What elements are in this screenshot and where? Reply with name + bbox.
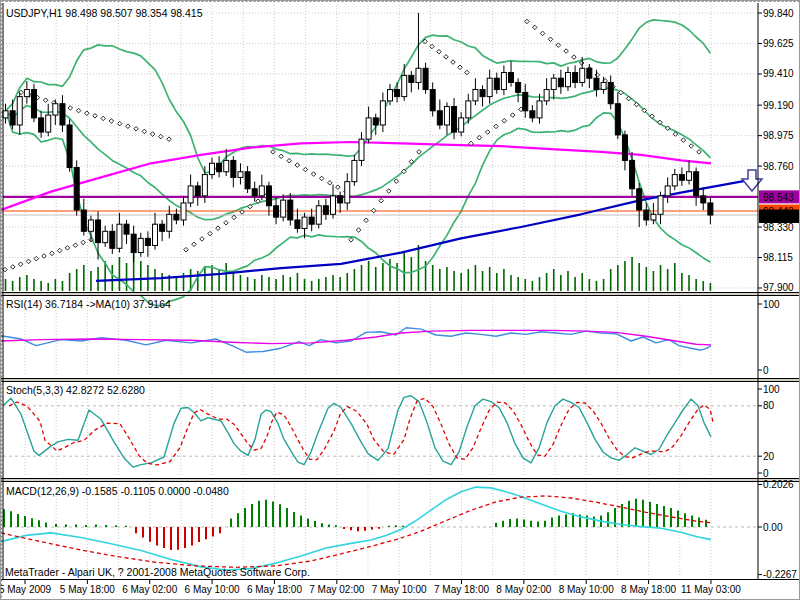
time-axis-label: 7 May 10:00 xyxy=(372,584,427,595)
bullish-candle xyxy=(537,101,542,118)
bearish-candle xyxy=(701,196,706,203)
bullish-candle xyxy=(687,172,692,181)
bullish-candle xyxy=(352,160,357,181)
bearish-candle xyxy=(160,224,165,231)
bullish-candle xyxy=(167,214,172,231)
bearish-candle xyxy=(266,186,271,206)
bearish-candle xyxy=(231,160,236,177)
metatrader-chart-window: 99.84099.62599.41099.19098.97598.76098.3… xyxy=(0,0,800,600)
bullish-candle xyxy=(331,196,336,214)
bearish-candle xyxy=(74,168,79,211)
bullish-candle xyxy=(188,186,193,203)
bullish-candle xyxy=(281,200,286,217)
bullish-candle xyxy=(672,175,677,186)
bullish-candle xyxy=(651,214,656,220)
bullish-candle xyxy=(53,104,58,115)
bearish-candle xyxy=(145,238,150,245)
bearish-candle xyxy=(523,92,528,110)
bearish-candle xyxy=(195,186,200,196)
bearish-candle xyxy=(694,172,699,196)
hline-price-tag-purple: 98.543 xyxy=(763,192,794,203)
main-price-panel xyxy=(1,3,762,306)
bearish-candle xyxy=(437,111,442,125)
bearish-candle xyxy=(630,160,635,188)
time-axis-label: 6 May 02:00 xyxy=(122,584,177,595)
stoch-surface[interactable] xyxy=(3,382,758,478)
current-price-tag: 98.415 xyxy=(763,211,794,222)
bullish-candle xyxy=(416,68,421,82)
bearish-candle xyxy=(252,189,257,196)
bearish-candle xyxy=(608,82,613,103)
bearish-candle xyxy=(587,68,592,78)
rsi-label: RSI(14) 36.7184 ->MA(10) 37.9164 xyxy=(6,298,171,310)
bearish-candle xyxy=(81,210,86,231)
bullish-candle xyxy=(209,163,214,174)
bullish-candle xyxy=(88,220,93,231)
bullish-candle xyxy=(565,73,570,87)
bullish-candle xyxy=(17,97,22,125)
chart-canvas: 99.84099.62599.41099.19098.97598.76098.3… xyxy=(1,1,800,600)
time-axis-label: 8 May 02:00 xyxy=(496,584,551,595)
bullish-candle xyxy=(316,206,321,224)
bearish-candle xyxy=(338,196,343,203)
macd-axis-label: -0.2267 xyxy=(763,569,797,580)
bullish-candle xyxy=(459,118,464,132)
time-axis-label: 6 May 18:00 xyxy=(247,584,302,595)
bullish-candle xyxy=(181,203,186,220)
bullish-candle xyxy=(24,90,29,97)
stoch-axis-label: 20 xyxy=(763,451,775,462)
bearish-candle xyxy=(31,90,36,118)
bullish-candle xyxy=(359,139,364,160)
bearish-candle xyxy=(274,206,279,217)
bullish-candle xyxy=(46,115,51,132)
bearish-candle xyxy=(430,90,435,111)
price-axis-label: 97.900 xyxy=(763,282,794,293)
time-axis-label: 8 May 18:00 xyxy=(621,584,676,595)
bearish-candle xyxy=(615,104,620,135)
bearish-candle xyxy=(637,189,642,210)
bullish-candle xyxy=(487,78,492,96)
bearish-candle xyxy=(288,200,293,220)
bearish-candle xyxy=(480,90,485,97)
bearish-candle xyxy=(594,78,599,89)
bullish-candle xyxy=(658,196,663,214)
bullish-candle xyxy=(601,82,606,89)
bullish-candle xyxy=(345,182,350,203)
bullish-candle xyxy=(473,90,478,101)
stoch-axis-label: 0 xyxy=(763,468,769,479)
bullish-candle xyxy=(103,231,108,242)
bullish-candle xyxy=(580,68,585,82)
time-axis-label: 6 May 10:00 xyxy=(185,584,240,595)
bearish-candle xyxy=(530,111,535,118)
bearish-candle xyxy=(423,68,428,89)
bearish-candle xyxy=(60,104,65,125)
bearish-candle xyxy=(409,75,414,82)
time-axis-label: 7 May 18:00 xyxy=(434,584,489,595)
bearish-candle xyxy=(124,224,129,234)
time-axis-label: 5 May 18:00 xyxy=(60,584,115,595)
bullish-candle xyxy=(387,90,392,101)
bullish-candle xyxy=(366,118,371,139)
rsi-axis-label: 100 xyxy=(763,299,780,310)
bullish-candle xyxy=(117,224,122,248)
bearish-candle xyxy=(395,90,400,97)
bearish-candle xyxy=(217,163,222,172)
bullish-candle xyxy=(551,78,556,89)
bearish-candle xyxy=(644,210,649,220)
bearish-candle xyxy=(131,234,136,252)
price-axis-label: 99.410 xyxy=(763,68,794,79)
macd-axis-label: 0.2026 xyxy=(763,479,794,490)
time-axis-label: 11 May 03:00 xyxy=(681,584,741,595)
price-axis-label: 99.625 xyxy=(763,38,794,49)
bearish-candle xyxy=(494,78,499,89)
bearish-candle xyxy=(96,220,101,243)
bullish-candle xyxy=(224,160,229,171)
macd-axis-label: 0.00 xyxy=(763,522,783,533)
price-axis-label: 98.760 xyxy=(763,161,794,172)
price-axis-label: 99.840 xyxy=(763,8,794,19)
price-axis-label: 98.115 xyxy=(763,252,793,263)
main-chart-surface[interactable] xyxy=(3,3,758,292)
bullish-candle xyxy=(302,217,307,228)
bearish-candle xyxy=(67,125,72,168)
time-axis-label: 7 May 02:00 xyxy=(309,584,364,595)
